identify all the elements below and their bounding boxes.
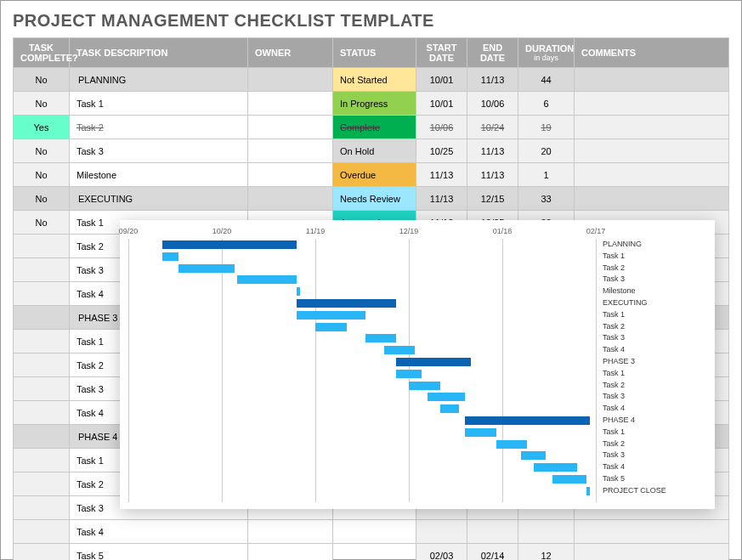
cell-comments[interactable]	[575, 520, 729, 544]
cell-complete[interactable]	[14, 496, 70, 520]
cell-complete[interactable]	[14, 544, 70, 561]
cell-duration[interactable]: 12	[518, 544, 575, 561]
gantt-row: Task 3	[128, 332, 706, 344]
cell-complete[interactable]	[14, 354, 70, 377]
cell-owner[interactable]	[248, 92, 333, 116]
cell-owner[interactable]	[248, 68, 333, 92]
cell-status[interactable]: Needs Review	[333, 187, 416, 211]
cell-start-date[interactable]: 10/06	[416, 116, 467, 139]
gantt-row: Task 4	[128, 403, 706, 415]
cell-complete[interactable]	[14, 520, 70, 544]
cell-description[interactable]: PLANNING	[70, 68, 248, 92]
gantt-chart: 09/2010/2011/1912/1901/1802/17 PLANNINGT…	[120, 220, 715, 509]
cell-complete[interactable]: No	[14, 187, 70, 211]
cell-start-date[interactable]	[416, 520, 467, 544]
cell-duration[interactable]: 20	[518, 139, 575, 163]
cell-complete[interactable]	[14, 282, 70, 306]
cell-owner[interactable]	[248, 116, 333, 139]
gantt-label: Task 4	[603, 344, 705, 356]
gantt-bar	[297, 311, 365, 320]
table-row: NoPLANNINGNot Started10/0111/1344	[14, 68, 729, 92]
cell-start-date[interactable]: 02/03	[416, 544, 467, 561]
cell-complete[interactable]: No	[14, 211, 70, 235]
cell-comments[interactable]	[575, 163, 729, 187]
cell-end-date[interactable]: 11/13	[467, 68, 518, 92]
cell-duration[interactable]: 6	[518, 92, 575, 116]
cell-status[interactable]	[333, 544, 416, 561]
cell-description[interactable]: Milestone	[70, 163, 248, 187]
cell-description[interactable]: Task 3	[70, 139, 248, 163]
gantt-tick: 09/20	[119, 227, 139, 235]
cell-duration[interactable]: 33	[518, 187, 575, 211]
cell-status[interactable]: On Hold	[333, 139, 416, 163]
cell-description[interactable]: Task 5	[70, 544, 248, 561]
gantt-label: Task 2	[603, 380, 705, 392]
gantt-bar	[237, 275, 297, 284]
cell-comments[interactable]	[575, 116, 729, 139]
cell-duration[interactable]: 19	[518, 116, 575, 139]
cell-duration[interactable]	[518, 520, 575, 544]
cell-end-date[interactable]: 11/13	[467, 139, 518, 163]
gantt-row: Task 5	[128, 473, 706, 485]
cell-description[interactable]: Task 1	[70, 92, 248, 116]
cell-complete[interactable]: No	[14, 92, 70, 116]
cell-status[interactable]: In Progress	[333, 92, 416, 116]
gantt-label: Task 1	[603, 427, 705, 438]
cell-owner[interactable]	[248, 187, 333, 211]
cell-complete[interactable]	[14, 235, 70, 258]
gantt-row: Task 4	[128, 344, 706, 356]
cell-complete[interactable]	[14, 425, 70, 449]
cell-owner[interactable]	[248, 163, 333, 187]
cell-end-date[interactable]: 10/06	[467, 92, 518, 116]
cell-duration[interactable]: 44	[518, 68, 575, 92]
gantt-bar	[409, 382, 440, 390]
cell-status[interactable]	[333, 520, 416, 544]
cell-comments[interactable]	[575, 187, 729, 211]
gantt-bar	[396, 370, 421, 378]
cell-description[interactable]: EXECUTING	[70, 187, 248, 211]
cell-complete[interactable]: Yes	[14, 116, 70, 139]
cell-end-date[interactable]	[467, 520, 518, 544]
cell-complete[interactable]	[14, 401, 70, 425]
cell-complete[interactable]	[14, 258, 70, 282]
cell-end-date[interactable]: 11/13	[467, 163, 518, 187]
gantt-label: PHASE 3	[603, 356, 705, 368]
cell-description[interactable]: Task 2	[70, 116, 248, 139]
th-status: STATUS	[333, 38, 416, 68]
cell-complete[interactable]: No	[14, 163, 70, 187]
gantt-tick: 01/18	[493, 227, 513, 235]
cell-status[interactable]: Complete	[333, 116, 416, 139]
cell-owner[interactable]	[248, 544, 333, 561]
cell-complete[interactable]	[14, 330, 70, 354]
cell-duration[interactable]: 1	[518, 163, 575, 187]
cell-owner[interactable]	[248, 139, 333, 163]
gantt-bar	[365, 334, 397, 342]
cell-status[interactable]: Overdue	[333, 163, 416, 187]
gantt-label: Milestone	[603, 286, 705, 297]
cell-complete[interactable]: No	[14, 68, 70, 92]
cell-status[interactable]: Not Started	[333, 68, 416, 92]
cell-end-date[interactable]: 02/14	[467, 544, 518, 561]
gantt-bar	[297, 287, 300, 296]
cell-end-date[interactable]: 12/15	[467, 187, 518, 211]
cell-complete[interactable]	[14, 472, 70, 496]
cell-start-date[interactable]: 11/13	[416, 187, 467, 211]
cell-end-date[interactable]: 10/24	[467, 116, 518, 139]
cell-complete[interactable]	[14, 377, 70, 401]
cell-start-date[interactable]: 10/01	[416, 92, 467, 116]
cell-comments[interactable]	[575, 139, 729, 163]
cell-start-date[interactable]: 10/01	[416, 68, 467, 92]
gantt-label: Task 2	[603, 263, 705, 274]
cell-complete[interactable]	[14, 449, 70, 472]
gantt-row: PHASE 4	[128, 415, 706, 427]
cell-start-date[interactable]: 11/13	[416, 163, 467, 187]
cell-comments[interactable]	[575, 68, 729, 92]
cell-complete[interactable]	[14, 306, 70, 330]
gantt-row: Task 2	[128, 438, 706, 450]
cell-comments[interactable]	[575, 544, 729, 561]
cell-start-date[interactable]: 10/25	[416, 139, 467, 163]
cell-complete[interactable]: No	[14, 139, 70, 163]
cell-owner[interactable]	[248, 520, 333, 544]
cell-description[interactable]: Task 4	[70, 520, 248, 544]
cell-comments[interactable]	[575, 92, 729, 116]
